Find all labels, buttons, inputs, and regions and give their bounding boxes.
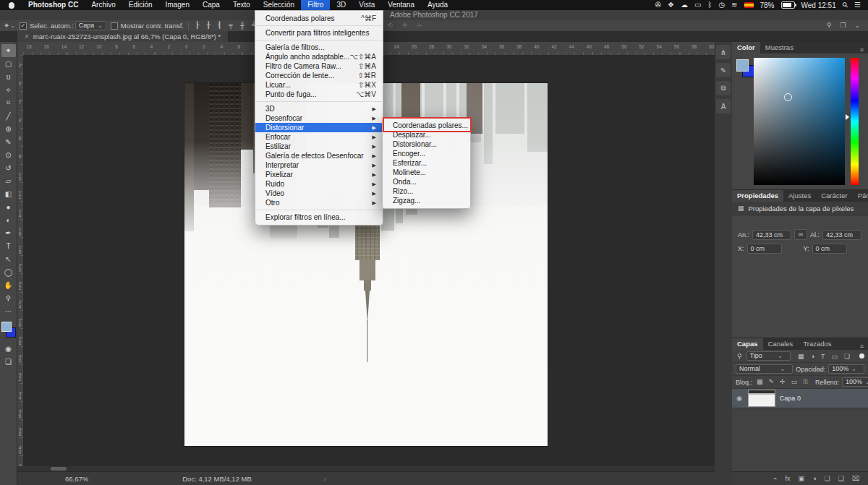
glyphs-icon[interactable]: A [716, 99, 731, 113]
healing-brush-tool[interactable]: ⊕ [1, 122, 16, 135]
notification-center-icon[interactable]: ☰ [854, 0, 861, 10]
spotlight-icon[interactable]: ⚲ [840, 0, 851, 11]
quick-mask-icon[interactable]: ◉ [1, 342, 16, 355]
filter-menu-item-filtro-de-camera-raw[interactable]: Filtro de Camera Raw...⇧⌘A [255, 61, 383, 71]
filter-type-layers-icon[interactable]: T [820, 353, 827, 360]
panel-menu-icon[interactable]: ≡ [860, 343, 868, 350]
hue-slider-arrow-icon[interactable] [846, 114, 849, 120]
lock-move-icon[interactable]: ✛ [778, 378, 787, 386]
foreground-color-swatch[interactable] [1, 322, 12, 332]
clone-stamp-tool[interactable]: ⊙ [1, 148, 16, 161]
align-center-h-icon[interactable]: ╂ [204, 20, 212, 31]
show-transform-checkbox[interactable] [111, 22, 118, 30]
eraser-tool[interactable]: ▱ [1, 174, 16, 187]
clone-source-icon[interactable]: ⧉ [716, 81, 731, 95]
lock-artboard-icon[interactable]: ▭ [790, 378, 799, 386]
fill-select[interactable]: 100%⌄ [842, 377, 868, 387]
menu-3d[interactable]: 3D [330, 0, 352, 10]
layer-name[interactable]: Capa 0 [780, 395, 801, 402]
menu-vista[interactable]: Vista [352, 0, 381, 10]
history-brush-tool[interactable]: ↺ [1, 161, 16, 174]
distort-submenu-item-molinete[interactable]: Molinete... [383, 168, 470, 177]
align-right-icon[interactable]: ┨ [216, 20, 224, 31]
status-chevron-icon[interactable]: › [324, 475, 326, 483]
apple-menu-icon[interactable] [9, 2, 14, 9]
eyedropper-tool[interactable]: ╱ [1, 109, 16, 122]
foreground-color-swatch[interactable] [736, 59, 749, 72]
menu-filtro[interactable]: Filtro [301, 0, 330, 10]
menu-edicion[interactable]: Edición [122, 0, 159, 10]
zoom-level-field[interactable]: 66,67% [65, 475, 88, 483]
gradient-tool[interactable]: ◧ [1, 187, 16, 200]
tab-close-icon[interactable]: × [25, 33, 29, 40]
lock-all-icon[interactable]: ⚿ [801, 378, 809, 386]
link-layers-icon[interactable]: ⌁ [772, 475, 778, 482]
layer-row-capa-0[interactable]: ◉ Capa 0 [732, 389, 868, 408]
menu-photoshop-cc[interactable]: Photoshop CC [22, 0, 85, 10]
layers-tab-capas[interactable]: Capas [732, 338, 763, 350]
color-tab-muestras[interactable]: Muestras [760, 42, 799, 53]
width-field[interactable]: 42,33 cm [752, 230, 791, 240]
search-icon[interactable]: ⚲ [825, 20, 834, 31]
auto-select-target-select[interactable]: Capa⌄ [75, 21, 106, 30]
brush-tool[interactable]: ✎ [1, 135, 16, 148]
height-field[interactable]: 42,33 cm [822, 230, 861, 240]
properties-tab-parrafo[interactable]: Párrafo [853, 190, 868, 202]
workspace-switcher-icon[interactable]: ❐ [838, 20, 848, 31]
distort-submenu-item-distorsionar[interactable]: Distorsionar... [383, 140, 470, 149]
app-swirl-icon[interactable]: ✇ [655, 0, 661, 10]
display-mirroring-icon[interactable]: ▭ [694, 0, 701, 10]
layer-effects-icon[interactable]: fx [784, 475, 792, 482]
crop-tool[interactable]: ⌗ [1, 96, 16, 109]
layers-tab-canales[interactable]: Canales [763, 338, 799, 350]
document-tab[interactable]: × marc-ruaix-252723-unsplash.jpg al 66,7… [17, 31, 229, 42]
delete-layer-icon[interactable]: ⌧ [851, 475, 861, 482]
menu-texto[interactable]: Texto [226, 0, 257, 10]
y-field[interactable]: 0 cm [812, 244, 847, 254]
menu-ventana[interactable]: Ventana [381, 0, 421, 10]
properties-tab-caracter[interactable]: Carácter [816, 190, 852, 202]
filter-menu-item-estilizar[interactable]: Estilizar▶ [255, 142, 383, 151]
pen-tool[interactable]: ✒ [1, 226, 16, 239]
menu-archivo[interactable]: Archivo [85, 0, 122, 10]
quick-selection-tool[interactable]: ✧ [1, 83, 16, 96]
filter-menu-item-3d[interactable]: 3D▶ [255, 104, 383, 113]
filter-menu-item-desenfocar[interactable]: Desenfocar▶ [255, 113, 383, 123]
distort-submenu-item-rizo[interactable]: Rizo... [383, 186, 470, 196]
filter-smart-objects-icon[interactable]: ❏ [843, 353, 851, 360]
align-left-icon[interactable]: ┠ [193, 20, 201, 31]
properties-tab-propiedades[interactable]: Propiedades [732, 190, 783, 202]
distort-submenu-item-coordenadas-polares[interactable]: Coordenadas polares... [383, 121, 470, 130]
dolly-3d-icon[interactable]: ⌲ [415, 20, 425, 31]
layers-tab-trazados[interactable]: Trazados [798, 338, 836, 350]
filter-menu-item-video[interactable]: Vídeo▶ [255, 189, 383, 198]
distort-submenu-item-desplazar[interactable]: Desplazar... [383, 130, 470, 140]
dodge-tool[interactable]: ◐ [1, 213, 16, 226]
adjustment-layer-icon[interactable]: ◑ [811, 475, 817, 482]
filter-menu-item-licuar[interactable]: Licuar...⇧⌘X [255, 80, 383, 90]
screen-mode-icon[interactable]: ❏ [1, 355, 16, 368]
distort-submenu-item-esferizar[interactable]: Esferizar... [383, 158, 470, 168]
filter-menu-item-ruido[interactable]: Ruido▶ [255, 179, 383, 189]
type-tool[interactable]: T [1, 239, 16, 252]
orbit-3d-icon[interactable]: ⟲ [385, 20, 395, 31]
menu-seleccion[interactable]: Selección [257, 0, 301, 10]
filter-menu-item-enfocar[interactable]: Enfocar▶ [255, 132, 383, 142]
new-layer-icon[interactable]: ❑ [837, 475, 846, 482]
color-picker-gradient[interactable] [754, 58, 845, 185]
creative-cloud-icon[interactable]: ☁ [681, 0, 688, 10]
shape-tool[interactable]: ◯ [1, 265, 16, 278]
move-tool[interactable]: ⌖ [1, 44, 16, 57]
scrollbar-thumb[interactable] [51, 467, 67, 471]
hand-tool[interactable]: ✋ [1, 278, 16, 291]
brushes-icon[interactable]: ✎ [716, 63, 731, 77]
chevron-down-icon[interactable]: ⌄ [852, 20, 862, 31]
filter-menu-item-galeria-de-efectos-desenfocar[interactable]: Galería de efectos Desenfocar▶ [255, 151, 383, 160]
filter-toggle-icon[interactable] [859, 353, 864, 359]
filter-adjustment-layers-icon[interactable]: ◑ [809, 353, 816, 360]
lock-paint-icon[interactable]: ✎ [767, 378, 776, 386]
wifi-icon[interactable]: ≋ [731, 0, 737, 10]
bluetooth-icon[interactable]: ᛒ [707, 0, 712, 10]
tool-preset-chevron-icon[interactable]: ⌄ [10, 22, 15, 29]
filter-menu-item-distorsionar[interactable]: Distorsionar▶ [255, 123, 383, 132]
